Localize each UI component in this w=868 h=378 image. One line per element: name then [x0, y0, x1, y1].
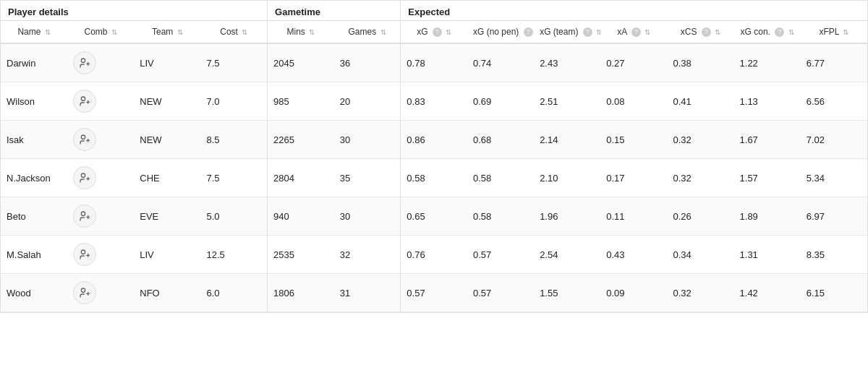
table-row: N.Jackson CHE7.52804350.580.582.100.170.… [1, 159, 867, 197]
col-header-xgcon[interactable]: xG con. ? ⇅ [734, 21, 801, 44]
cell-games: 35 [334, 159, 401, 197]
cell-xcs: 0.26 [667, 197, 733, 236]
cell-xfpl: 8.35 [801, 236, 867, 274]
cell-xgcon: 1.42 [734, 274, 801, 312]
col-header-xg[interactable]: xG ? ⇅ [401, 21, 467, 44]
cell-cost: 5.0 [200, 197, 267, 236]
cell-xgnopen: 0.57 [467, 274, 534, 312]
cell-xcs: 0.41 [667, 82, 733, 121]
cell-cost: 7.5 [200, 159, 267, 197]
cell-xcs: 0.32 [667, 121, 733, 159]
sort-icon-xg[interactable]: ⇅ [446, 28, 451, 36]
add-player-button[interactable] [73, 243, 96, 266]
cell-xgteam: 1.55 [534, 274, 600, 312]
sort-icon-name[interactable]: ⇅ [45, 28, 51, 36]
col-header-xgnopen[interactable]: xG (no pen) ? ⇅ [467, 21, 534, 44]
col-header-cost[interactable]: Cost ⇅ [200, 21, 267, 44]
table-row: M.Salah LIV12.52535320.760.572.540.430.3… [1, 236, 867, 274]
cell-cost: 12.5 [200, 236, 267, 274]
cell-comb [67, 274, 134, 312]
sort-icon-xa[interactable]: ⇅ [644, 28, 650, 36]
sort-icon-team[interactable]: ⇅ [177, 28, 183, 36]
player-name-text: Darwin [7, 58, 35, 69]
info-icon-xgcon[interactable]: ? [775, 27, 784, 37]
cell-name: Darwin [1, 43, 67, 82]
player-name-text: N.Jackson [7, 173, 51, 184]
col-header-xa[interactable]: xA ? ⇅ [600, 21, 667, 44]
col-header-games[interactable]: Games ⇅ [334, 21, 401, 44]
player-name-text: Wilson [7, 96, 35, 107]
sort-icon-comb[interactable]: ⇅ [111, 28, 117, 36]
cell-xg: 0.57 [401, 274, 467, 312]
cell-xg: 0.86 [401, 121, 467, 159]
cell-xgnopen: 0.69 [467, 82, 534, 121]
svg-point-0 [81, 59, 85, 62]
group-gametime: Gametime [268, 1, 401, 21]
add-player-button[interactable] [73, 205, 96, 228]
col-header-team[interactable]: Team ⇅ [134, 21, 200, 44]
cell-mins: 2535 [268, 236, 334, 274]
cell-xfpl: 5.34 [801, 159, 867, 197]
col-header-mins[interactable]: Mins ⇅ [268, 21, 334, 44]
cell-xgnopen: 0.74 [467, 43, 534, 82]
cell-name: Wood [1, 274, 67, 312]
svg-point-3 [81, 97, 85, 100]
cell-cost: 7.0 [200, 82, 267, 121]
col-header-xfpl[interactable]: xFPL ⇅ [801, 21, 867, 44]
col-header-xcs[interactable]: xCS ? ⇅ [667, 21, 733, 44]
cell-mins: 2045 [268, 43, 334, 82]
cell-xfpl: 6.97 [801, 197, 867, 236]
cell-games: 36 [334, 43, 401, 82]
cell-xgteam: 2.10 [534, 159, 600, 197]
group-player-details: Player details [1, 1, 268, 21]
add-player-button[interactable] [73, 281, 96, 304]
cell-name: Isak [1, 121, 67, 159]
add-player-button[interactable] [73, 51, 96, 74]
group-header-row: Player details Gametime Expected [1, 1, 867, 21]
info-icon-xcs[interactable]: ? [702, 27, 711, 37]
column-header-row: Name ⇅ Comb ⇅ Team ⇅ Cost ⇅ Mins ⇅ [1, 21, 867, 44]
cell-xgteam: 2.43 [534, 43, 600, 82]
cell-team: NEW [134, 82, 200, 121]
col-header-comb[interactable]: Comb ⇅ [67, 21, 134, 44]
cell-xg: 0.58 [401, 159, 467, 197]
cell-cost: 7.5 [200, 43, 267, 82]
table-row: Isak NEW8.52265300.860.682.140.150.321.6… [1, 121, 867, 159]
cell-xa: 0.43 [600, 236, 667, 274]
sort-icon-cost[interactable]: ⇅ [242, 28, 247, 36]
cell-comb [67, 121, 134, 159]
cell-name: N.Jackson [1, 159, 67, 197]
info-icon-xgnopen[interactable]: ? [524, 27, 533, 37]
info-icon-xa[interactable]: ? [631, 27, 641, 37]
sort-icon-xgcon[interactable]: ⇅ [788, 28, 794, 36]
cell-xgteam: 1.96 [534, 197, 600, 236]
player-name-text: Beto [7, 211, 26, 222]
svg-point-12 [81, 212, 85, 215]
table-row: Darwin LIV7.52045360.780.742.430.270.381… [1, 43, 867, 82]
cell-comb [67, 159, 134, 197]
cell-xfpl: 6.15 [801, 274, 867, 312]
cell-xgcon: 1.89 [734, 197, 801, 236]
add-player-button[interactable] [73, 90, 96, 113]
add-player-button[interactable] [73, 166, 96, 189]
cell-xa: 0.08 [600, 82, 667, 121]
table-row: Wilson NEW7.0985200.830.692.510.080.411.… [1, 82, 867, 121]
group-expected: Expected [401, 1, 867, 21]
info-icon-xg[interactable]: ? [433, 27, 442, 37]
sort-icon-games[interactable]: ⇅ [380, 28, 386, 36]
cell-cost: 8.5 [200, 121, 267, 159]
cell-xgcon: 1.31 [734, 236, 801, 274]
sort-icon-xcs[interactable]: ⇅ [715, 28, 720, 36]
cell-comb [67, 236, 134, 274]
cell-team: EVE [134, 197, 200, 236]
col-header-name[interactable]: Name ⇅ [1, 21, 67, 44]
sort-icon-xfpl[interactable]: ⇅ [843, 28, 848, 36]
cell-xa: 0.17 [600, 159, 667, 197]
cell-comb [67, 82, 134, 121]
add-player-button[interactable] [73, 128, 96, 151]
svg-point-9 [81, 173, 85, 177]
sort-icon-mins[interactable]: ⇅ [309, 28, 315, 36]
col-header-xgteam[interactable]: xG (team) ? ⇅ [534, 21, 600, 44]
cell-xa: 0.09 [600, 274, 667, 312]
info-icon-xgteam[interactable]: ? [583, 27, 592, 37]
